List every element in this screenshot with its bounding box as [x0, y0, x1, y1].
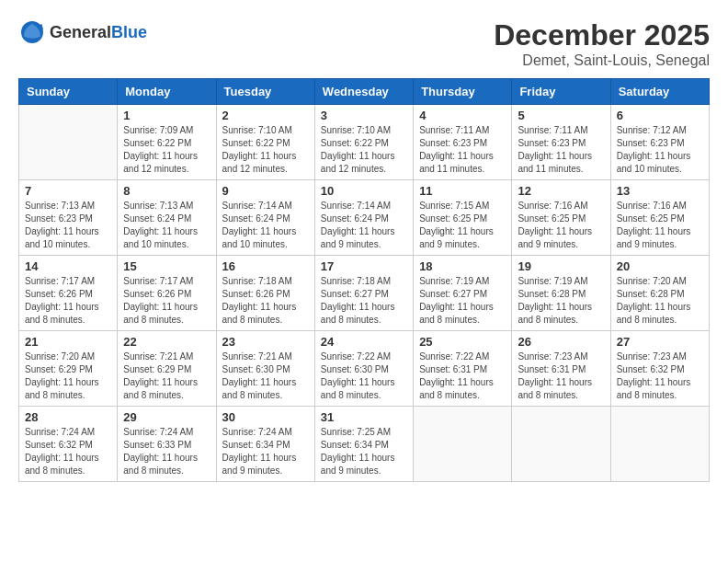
day-info: Sunrise: 7:18 AMSunset: 6:27 PMDaylight:…: [321, 275, 407, 327]
calendar-day-cell: 22Sunrise: 7:21 AMSunset: 6:29 PMDayligh…: [118, 331, 216, 407]
day-number: 15: [123, 259, 210, 273]
logo-icon: [18, 18, 46, 46]
day-info: Sunrise: 7:11 AMSunset: 6:23 PMDaylight:…: [419, 124, 506, 176]
day-info: Sunrise: 7:21 AMSunset: 6:29 PMDaylight:…: [123, 350, 210, 402]
day-number: 7: [25, 184, 111, 198]
calendar-week-row: 28Sunrise: 7:24 AMSunset: 6:32 PMDayligh…: [19, 407, 710, 482]
logo: General Blue: [18, 18, 147, 46]
calendar-header-cell: Wednesday: [314, 79, 413, 105]
day-info: Sunrise: 7:14 AMSunset: 6:24 PMDaylight:…: [222, 200, 309, 251]
calendar-day-cell: 16Sunrise: 7:18 AMSunset: 6:26 PMDayligh…: [216, 256, 314, 331]
day-number: 29: [123, 410, 210, 424]
day-info: Sunrise: 7:16 AMSunset: 6:25 PMDaylight:…: [518, 200, 604, 251]
calendar-day-cell: 13Sunrise: 7:16 AMSunset: 6:25 PMDayligh…: [610, 180, 709, 256]
day-number: 12: [518, 184, 604, 198]
calendar-day-cell: 25Sunrise: 7:22 AMSunset: 6:31 PMDayligh…: [414, 331, 512, 407]
day-info: Sunrise: 7:24 AMSunset: 6:33 PMDaylight:…: [123, 426, 210, 477]
day-number: 16: [222, 259, 309, 273]
calendar-day-cell: 7Sunrise: 7:13 AMSunset: 6:23 PMDaylight…: [19, 180, 118, 256]
calendar-day-cell: 5Sunrise: 7:11 AMSunset: 6:23 PMDaylight…: [512, 105, 610, 180]
day-number: 18: [419, 259, 506, 273]
day-info: Sunrise: 7:18 AMSunset: 6:26 PMDaylight:…: [222, 275, 309, 327]
calendar-header-cell: Saturday: [610, 79, 709, 105]
day-info: Sunrise: 7:20 AMSunset: 6:29 PMDaylight:…: [25, 350, 111, 402]
day-info: Sunrise: 7:13 AMSunset: 6:24 PMDaylight:…: [123, 200, 210, 251]
day-info: Sunrise: 7:17 AMSunset: 6:26 PMDaylight:…: [25, 275, 111, 327]
calendar-day-cell: 17Sunrise: 7:18 AMSunset: 6:27 PMDayligh…: [314, 256, 413, 331]
day-number: 20: [617, 259, 703, 273]
calendar-week-row: 7Sunrise: 7:13 AMSunset: 6:23 PMDaylight…: [19, 180, 710, 256]
calendar-day-cell: 28Sunrise: 7:24 AMSunset: 6:32 PMDayligh…: [19, 407, 118, 482]
calendar-day-cell: 18Sunrise: 7:19 AMSunset: 6:27 PMDayligh…: [414, 256, 512, 331]
calendar-day-cell: 31Sunrise: 7:25 AMSunset: 6:34 PMDayligh…: [314, 407, 413, 482]
calendar-day-cell: 12Sunrise: 7:16 AMSunset: 6:25 PMDayligh…: [512, 180, 610, 256]
day-number: 14: [25, 259, 111, 273]
day-info: Sunrise: 7:09 AMSunset: 6:22 PMDaylight:…: [123, 124, 210, 176]
day-number: 21: [25, 335, 111, 349]
day-number: 9: [222, 184, 309, 198]
day-info: Sunrise: 7:23 AMSunset: 6:32 PMDaylight:…: [617, 350, 703, 402]
calendar-day-cell: 1Sunrise: 7:09 AMSunset: 6:22 PMDaylight…: [118, 105, 216, 180]
day-number: 26: [518, 335, 604, 349]
day-info: Sunrise: 7:11 AMSunset: 6:23 PMDaylight:…: [518, 124, 604, 176]
day-number: 31: [321, 410, 407, 424]
calendar-day-cell: 24Sunrise: 7:22 AMSunset: 6:30 PMDayligh…: [314, 331, 413, 407]
day-number: 10: [321, 184, 407, 198]
day-number: 22: [123, 335, 210, 349]
day-info: Sunrise: 7:23 AMSunset: 6:31 PMDaylight:…: [518, 350, 604, 402]
day-info: Sunrise: 7:24 AMSunset: 6:34 PMDaylight:…: [222, 426, 309, 477]
day-number: 25: [419, 335, 506, 349]
day-info: Sunrise: 7:12 AMSunset: 6:23 PMDaylight:…: [617, 124, 703, 176]
calendar-day-cell: 8Sunrise: 7:13 AMSunset: 6:24 PMDaylight…: [118, 180, 216, 256]
location-title: Demet, Saint-Louis, Senegal: [494, 52, 710, 69]
day-info: Sunrise: 7:15 AMSunset: 6:25 PMDaylight:…: [419, 200, 506, 251]
day-number: 4: [419, 109, 506, 122]
calendar-body: 1Sunrise: 7:09 AMSunset: 6:22 PMDaylight…: [19, 105, 710, 482]
calendar-week-row: 14Sunrise: 7:17 AMSunset: 6:26 PMDayligh…: [19, 256, 710, 331]
day-info: Sunrise: 7:14 AMSunset: 6:24 PMDaylight:…: [321, 200, 407, 251]
calendar-day-cell: 27Sunrise: 7:23 AMSunset: 6:32 PMDayligh…: [610, 331, 709, 407]
calendar-day-cell: 20Sunrise: 7:20 AMSunset: 6:28 PMDayligh…: [610, 256, 709, 331]
day-info: Sunrise: 7:22 AMSunset: 6:31 PMDaylight:…: [419, 350, 506, 402]
day-number: 27: [617, 335, 703, 349]
day-number: 17: [321, 259, 407, 273]
calendar-table: SundayMondayTuesdayWednesdayThursdayFrid…: [18, 78, 710, 482]
day-number: 11: [419, 184, 506, 198]
day-number: 13: [617, 184, 703, 198]
calendar-day-cell: 15Sunrise: 7:17 AMSunset: 6:26 PMDayligh…: [118, 256, 216, 331]
day-info: Sunrise: 7:16 AMSunset: 6:25 PMDaylight:…: [617, 200, 703, 251]
day-number: 8: [123, 184, 210, 198]
calendar-day-cell: 9Sunrise: 7:14 AMSunset: 6:24 PMDaylight…: [216, 180, 314, 256]
day-info: Sunrise: 7:21 AMSunset: 6:30 PMDaylight:…: [222, 350, 309, 402]
calendar-day-cell: 11Sunrise: 7:15 AMSunset: 6:25 PMDayligh…: [414, 180, 512, 256]
calendar-header-cell: Thursday: [414, 79, 512, 105]
day-info: Sunrise: 7:10 AMSunset: 6:22 PMDaylight:…: [222, 124, 309, 176]
logo-text-general: General: [50, 23, 111, 42]
calendar-day-cell: 19Sunrise: 7:19 AMSunset: 6:28 PMDayligh…: [512, 256, 610, 331]
day-info: Sunrise: 7:13 AMSunset: 6:23 PMDaylight:…: [25, 200, 111, 251]
logo-text-blue: Blue: [111, 23, 147, 42]
calendar-day-cell: [512, 407, 610, 482]
day-number: 2: [222, 109, 309, 122]
calendar-day-cell: 21Sunrise: 7:20 AMSunset: 6:29 PMDayligh…: [19, 331, 118, 407]
day-number: 1: [123, 109, 210, 122]
calendar-day-cell: 4Sunrise: 7:11 AMSunset: 6:23 PMDaylight…: [414, 105, 512, 180]
page-header: General Blue December 2025 Demet, Saint-…: [18, 18, 710, 69]
calendar-day-cell: 3Sunrise: 7:10 AMSunset: 6:22 PMDaylight…: [314, 105, 413, 180]
calendar-header-cell: Monday: [118, 79, 216, 105]
calendar-day-cell: 29Sunrise: 7:24 AMSunset: 6:33 PMDayligh…: [118, 407, 216, 482]
calendar-header-cell: Sunday: [19, 79, 118, 105]
calendar-day-cell: 2Sunrise: 7:10 AMSunset: 6:22 PMDaylight…: [216, 105, 314, 180]
calendar-day-cell: [610, 407, 709, 482]
calendar-week-row: 21Sunrise: 7:20 AMSunset: 6:29 PMDayligh…: [19, 331, 710, 407]
day-number: 28: [25, 410, 111, 424]
day-info: Sunrise: 7:17 AMSunset: 6:26 PMDaylight:…: [123, 275, 210, 327]
title-area: December 2025 Demet, Saint-Louis, Senega…: [494, 18, 710, 69]
calendar-day-cell: [19, 105, 118, 180]
calendar-week-row: 1Sunrise: 7:09 AMSunset: 6:22 PMDaylight…: [19, 105, 710, 180]
day-info: Sunrise: 7:22 AMSunset: 6:30 PMDaylight:…: [321, 350, 407, 402]
day-info: Sunrise: 7:19 AMSunset: 6:28 PMDaylight:…: [518, 275, 604, 327]
day-number: 30: [222, 410, 309, 424]
calendar-day-cell: 14Sunrise: 7:17 AMSunset: 6:26 PMDayligh…: [19, 256, 118, 331]
day-info: Sunrise: 7:24 AMSunset: 6:32 PMDaylight:…: [25, 426, 111, 477]
